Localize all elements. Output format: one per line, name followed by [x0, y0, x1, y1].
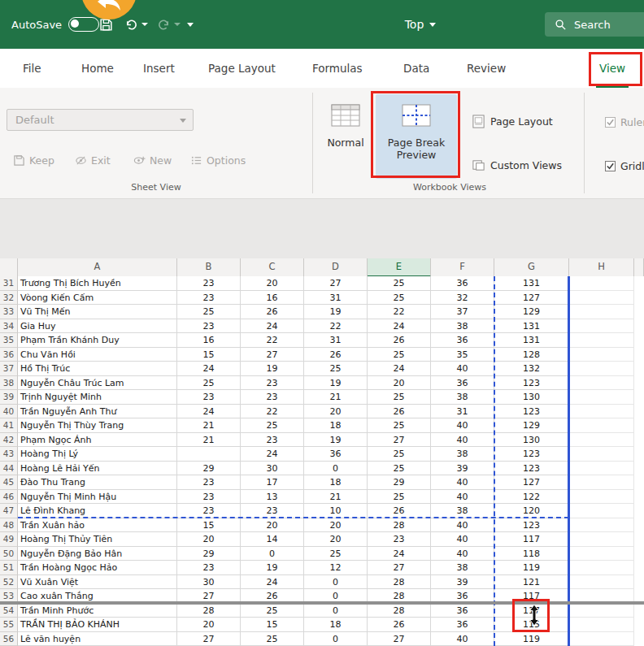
autosave-control[interactable]: AutoSave: [11, 0, 99, 49]
grid-cell[interactable]: 118: [494, 547, 569, 561]
grid-cell[interactable]: 36: [431, 604, 494, 618]
column-header-B[interactable]: B: [177, 258, 241, 277]
grid-cell[interactable]: 26: [368, 333, 431, 348]
grid-cell[interactable]: 40: [431, 433, 494, 448]
grid-cell[interactable]: 123: [494, 462, 569, 476]
row-header-43[interactable]: 43: [0, 447, 18, 462]
grid-cell[interactable]: 40: [431, 475, 494, 490]
grid-cell[interactable]: 0: [304, 462, 368, 476]
row-header-50[interactable]: 50: [0, 547, 18, 561]
grid-cell[interactable]: 19: [304, 305, 368, 319]
chevron-down-icon[interactable]: [141, 23, 148, 26]
grid-cell[interactable]: Vòong Kiến Cấm: [18, 291, 177, 306]
grid-cell[interactable]: 10: [304, 504, 368, 518]
grid-cell[interactable]: 40: [431, 490, 494, 505]
grid-cell[interactable]: 36: [304, 447, 368, 462]
grid-cell[interactable]: 27: [177, 589, 241, 604]
grid-cell[interactable]: 36: [431, 618, 494, 632]
grid-cell[interactable]: Hoàng Thị Lý: [18, 447, 177, 462]
grid-cell[interactable]: 123: [494, 447, 569, 462]
grid-cell[interactable]: 18: [304, 475, 368, 490]
grid-cell[interactable]: [569, 561, 634, 575]
grid-cell[interactable]: 19: [241, 362, 304, 376]
grid-cell[interactable]: [569, 447, 634, 462]
grid-cell[interactable]: [569, 518, 634, 533]
grid-cell[interactable]: Lê Đình Khang: [18, 504, 177, 518]
column-header-E[interactable]: E: [368, 258, 431, 277]
grid-cell[interactable]: 28: [368, 575, 431, 590]
grid-cell[interactable]: 38: [431, 390, 494, 405]
grid-cell[interactable]: Hoàng Thị Thủy Tiên: [18, 532, 177, 547]
grid-cell[interactable]: 23: [368, 532, 431, 547]
grid-cell[interactable]: 28: [368, 518, 431, 533]
grid-cell[interactable]: Gia Huy: [18, 319, 177, 334]
grid-cell[interactable]: 122: [494, 490, 569, 505]
grid-cell[interactable]: Nguyễn Thị Minh Hậu: [18, 490, 177, 505]
grid-cell[interactable]: 36: [431, 376, 494, 391]
grid-cell[interactable]: Trần Hoàng Ngọc Hảo: [18, 561, 177, 575]
grid-cell[interactable]: 37: [431, 305, 494, 319]
grid-cell[interactable]: [569, 475, 634, 490]
grid-cell[interactable]: [569, 305, 634, 319]
grid-cell[interactable]: 40: [431, 532, 494, 547]
grid-cell[interactable]: 24: [368, 319, 431, 334]
column-header-F[interactable]: F: [431, 258, 494, 277]
grid-cell[interactable]: 25: [368, 276, 431, 291]
grid-cell[interactable]: 15: [241, 618, 304, 632]
row-header-49[interactable]: 49: [0, 532, 18, 547]
grid-cell[interactable]: 29: [368, 475, 431, 490]
options-sheet-view-button[interactable]: Options: [190, 150, 246, 171]
grid-cell[interactable]: 23: [177, 561, 241, 575]
grid-cell[interactable]: 22: [304, 319, 368, 334]
document-title[interactable]: Top: [376, 0, 465, 49]
grid-cell[interactable]: 131: [494, 319, 569, 334]
ruler-checkbox[interactable]: Ruler: [605, 115, 644, 128]
grid-cell[interactable]: 20: [304, 518, 368, 533]
grid-cell[interactable]: Trần Nguyễn Anh Thư: [18, 405, 177, 419]
grid-cell[interactable]: 0: [304, 604, 368, 618]
autosave-toggle[interactable]: [68, 17, 99, 32]
grid-cell[interactable]: 0: [304, 632, 368, 646]
grid-cell[interactable]: 19: [304, 376, 368, 391]
grid-cell[interactable]: [569, 604, 634, 618]
grid-cell[interactable]: 26: [368, 405, 431, 419]
grid-cell[interactable]: [569, 319, 634, 334]
grid-cell[interactable]: [569, 433, 634, 448]
grid-cell[interactable]: 36: [431, 276, 494, 291]
grid-cell[interactable]: [177, 447, 241, 462]
grid-cell[interactable]: [569, 575, 634, 590]
row-header-45[interactable]: 45: [0, 475, 18, 490]
grid-cell[interactable]: [569, 490, 634, 505]
grid-cell[interactable]: 25: [368, 390, 431, 405]
grid-cell[interactable]: 25: [368, 490, 431, 505]
grid-cell[interactable]: 25: [304, 547, 368, 561]
grid-cell[interactable]: [569, 589, 634, 604]
grid-cell[interactable]: 117: [494, 532, 569, 547]
grid-cell[interactable]: 23: [241, 504, 304, 518]
grid-cell[interactable]: [569, 632, 634, 646]
grid-cell[interactable]: 38: [431, 447, 494, 462]
grid-cell[interactable]: 21: [177, 433, 241, 448]
grid-cell[interactable]: 0: [241, 547, 304, 561]
grid-cell[interactable]: [569, 462, 634, 476]
grid-cell[interactable]: 38: [431, 561, 494, 575]
grid-cell[interactable]: [569, 291, 634, 306]
grid-cell[interactable]: 20: [177, 532, 241, 547]
grid-cell[interactable]: 40: [431, 362, 494, 376]
grid-cell[interactable]: 20: [241, 518, 304, 533]
grid-cell[interactable]: Phạm Ngọc Ánh: [18, 433, 177, 448]
grid-cell[interactable]: 35: [431, 348, 494, 362]
grid-cell[interactable]: 23: [177, 319, 241, 334]
grid-cell[interactable]: 117: [494, 589, 569, 604]
grid-cell[interactable]: 25: [368, 462, 431, 476]
grid-cell[interactable]: 25: [304, 362, 368, 376]
grid-cell[interactable]: [569, 618, 634, 632]
grid-cell[interactable]: 24: [177, 405, 241, 419]
grid-cell[interactable]: Vũ Xuân Việt: [18, 575, 177, 590]
grid-cell[interactable]: [569, 276, 634, 291]
row-header-46[interactable]: 46: [0, 490, 18, 505]
grid-cell[interactable]: 120: [494, 504, 569, 518]
row-header-41[interactable]: 41: [0, 418, 18, 433]
column-header-C[interactable]: C: [241, 258, 304, 277]
row-header-47[interactable]: 47: [0, 504, 18, 518]
